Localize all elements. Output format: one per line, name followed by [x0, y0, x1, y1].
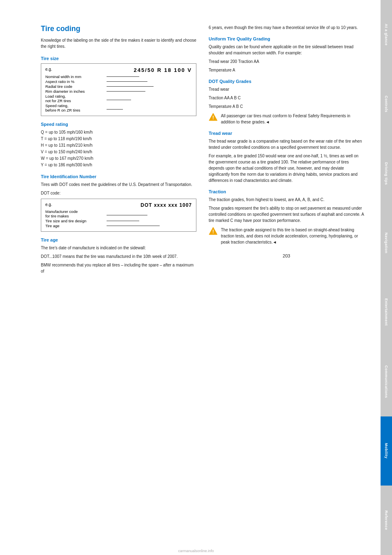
- ts-item-2: Aspect ratio in %: [45, 79, 192, 84]
- warning-box-1: ! All passenger car tires must conform t…: [209, 113, 364, 125]
- sidebar-tab-driving-tips[interactable]: Driving tips: [381, 139, 392, 208]
- tread-wear-text1: The tread wear grade is a comparative ra…: [209, 138, 364, 150]
- continuation-text: 6 years, even though the tires may have …: [209, 25, 364, 31]
- speed-row-t: T = up to 118 mph/190 km/h: [41, 136, 196, 142]
- dot-eg-value: DOT xxxx xxx 1007: [140, 202, 192, 208]
- speed-row-q: Q = up to 105 mph/160 km/h: [41, 129, 196, 136]
- ts-label-5: Load rating,not for ZR tires: [45, 94, 107, 103]
- speed-row-h: H = up to 131 mph/210 km/h: [41, 142, 196, 149]
- ts-item-4: Rim diameter in inches: [45, 89, 192, 94]
- sidebar-tab-mobility[interactable]: Mobility: [381, 416, 392, 486]
- tire-eg-label: e.g.: [45, 67, 52, 73]
- dot-items: Manufacturer codefor tire makes Tire siz…: [45, 209, 192, 228]
- watermark: carmanualsonline.info: [178, 549, 214, 553]
- warning-text-2: The traction grade assigned to this tire…: [221, 227, 364, 245]
- speed-table: Q = up to 105 mph/160 km/h T = up to 118…: [41, 129, 196, 168]
- sidebar-tab-navigation[interactable]: Navigation: [381, 208, 392, 278]
- tread-wear-text2: For example, a tire graded 150 would wea…: [209, 153, 364, 184]
- ts-label-6: Speed rating,before R on ZR tires: [45, 103, 107, 112]
- uniform-example1: Tread wear 200 Traction AA: [209, 58, 364, 65]
- ts-item-1: Nominal width in mm: [45, 74, 192, 79]
- uniform-grade-text: Quality grades can be found where applic…: [209, 44, 364, 56]
- page-title: Tire coding: [41, 25, 196, 33]
- svg-text:!: !: [212, 229, 214, 235]
- tire-size-heading: Tire size: [41, 56, 196, 61]
- right-column: 6 years, even though the tires may have …: [209, 25, 364, 539]
- tire-size-diagram: e.g. 245/50 R 18 100 V Nominal width in …: [41, 63, 196, 116]
- ts-item-3: Radial tire code: [45, 84, 192, 89]
- intro-text: Knowledge of the labeling on the side of…: [41, 37, 196, 49]
- ts-label-2: Aspect ratio in %: [45, 79, 107, 84]
- ts-label-3: Radial tire code: [45, 84, 107, 89]
- dot-item-1: Manufacturer codefor tire makes: [45, 209, 192, 218]
- dot-item-2: Tire size and tire design: [45, 219, 192, 223]
- tire-age-heading: Tire age: [41, 237, 196, 242]
- page-number-value: 203: [283, 253, 290, 258]
- dot-label-1: Manufacturer codefor tire makes: [45, 209, 107, 218]
- dot-label-3: Tire age: [45, 224, 107, 228]
- warning-box-2: ! The traction grade assigned to this ti…: [209, 227, 364, 245]
- tire-size-items: Nominal width in mm Aspect ratio in % Ra…: [45, 74, 192, 112]
- sidebar: At a glance Controls Driving tips Naviga…: [381, 0, 392, 555]
- traction-text2: Those grades represent the tire's abilit…: [209, 205, 364, 224]
- dot-quality-heading: DOT Quality Grades: [209, 79, 364, 84]
- tire-age-text2: DOT...1007 means that the tire was manuf…: [41, 253, 196, 260]
- sidebar-tab-reference[interactable]: Reference: [381, 486, 392, 555]
- sidebar-tab-at-a-glance[interactable]: At a glance: [381, 0, 392, 69]
- ts-item-5: Load rating,not for ZR tires: [45, 94, 192, 103]
- tire-id-intro: Tires with DOT codes meet the guidelines…: [41, 181, 196, 188]
- dot-quality-line3: Temperature A B C: [209, 103, 364, 110]
- dot-label-2: Tire size and tire design: [45, 219, 107, 223]
- dot-label: DOT code:: [41, 190, 196, 196]
- warning-text-1: All passenger car tires must conform to …: [221, 113, 364, 125]
- speed-row-v: V = up to 150 mph/240 km/h: [41, 149, 196, 155]
- tread-wear-heading: Tread wear: [209, 131, 364, 136]
- traction-text1: The traction grades, from highest to low…: [209, 197, 364, 203]
- uniform-grade-heading: Uniform Tire Quality Grading: [209, 36, 364, 41]
- tire-eg-value: 245/50 R 18 100 V: [134, 67, 192, 73]
- speed-row-w: W = up to 167 mph/270 km/h: [41, 155, 196, 162]
- warning-icon-2: !: [209, 227, 218, 235]
- traction-heading: Traction: [209, 189, 364, 194]
- tire-age-text3: BMW recommends that you replace all tire…: [41, 262, 196, 274]
- dot-diagram: e.g. DOT xxxx xxx 1007 Manufacturer code…: [41, 199, 196, 232]
- tire-id-heading: Tire Identification Number: [41, 174, 196, 179]
- ts-item-6: Speed rating,before R on ZR tires: [45, 103, 192, 112]
- sidebar-tab-controls[interactable]: Controls: [381, 69, 392, 139]
- page-number: 203: [209, 253, 364, 262]
- speed-row-y: Y = up to 186 mph/300 km/h: [41, 162, 196, 168]
- sidebar-tab-entertainment[interactable]: Entertainment: [381, 278, 392, 347]
- ts-label-1: Nominal width in mm: [45, 74, 107, 79]
- speed-rating-heading: Speed rating: [41, 122, 196, 127]
- dot-eg-label: e.g.: [45, 202, 52, 208]
- dot-quality-line1: Tread wear: [209, 86, 364, 92]
- tire-age-text1: The tire's date of manufacture is indica…: [41, 245, 196, 251]
- uniform-example2: Temperature A: [209, 67, 364, 73]
- svg-text:!: !: [212, 115, 214, 121]
- dot-item-3: Tire age: [45, 224, 192, 228]
- warning-icon-1: !: [209, 113, 218, 121]
- dot-quality-line2: Traction AA A B C: [209, 95, 364, 101]
- left-column: Tire coding Knowledge of the labeling on…: [41, 25, 196, 539]
- ts-label-4: Rim diameter in inches: [45, 89, 107, 94]
- sidebar-tab-communications[interactable]: Communications: [381, 347, 392, 416]
